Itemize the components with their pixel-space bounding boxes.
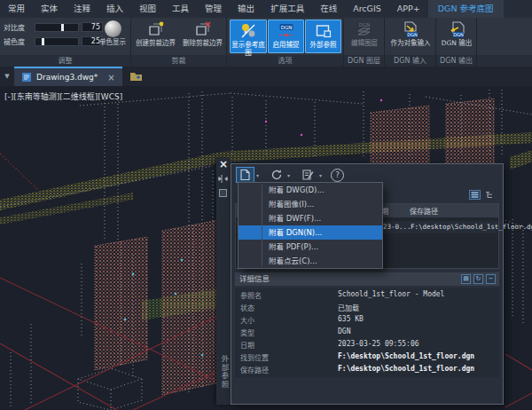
- reference-row-path: F:\desktop\Schoold_1st_floor.dgn: [411, 223, 532, 231]
- detail-label: 日期: [240, 340, 254, 350]
- drawing-tab[interactable]: Drawing3.dwg* ×: [14, 67, 122, 86]
- import-as-objects-label: 作为对象输入: [391, 39, 431, 47]
- palette-close-icon[interactable]: ×: [217, 159, 230, 171]
- menu-item-attach-dwg[interactable]: 附着 DWG(D)...: [239, 183, 382, 197]
- drawing-viewport[interactable]: [-][东南等轴测][二维线框][WCS]: [0, 86, 532, 410]
- tab-solid[interactable]: 实体: [33, 0, 66, 18]
- ribbon-group-clip: 创建剪裁边界 删除剪裁边界 剪裁: [131, 18, 227, 67]
- details-header-icons: ▤ ↻ −: [461, 274, 496, 284]
- details-header: 详细信息 ▤ ↻ −: [235, 272, 499, 286]
- menu-item-attach-image[interactable]: 附着图像(I)...: [239, 197, 382, 211]
- detail-value: 已加载: [338, 303, 359, 312]
- drawing-tab-bar: ▼ Drawing3.dwg* ×: [0, 67, 532, 86]
- edit-layers-button[interactable]: DGN 编辑图层: [347, 20, 382, 47]
- dgn-export-icon: DGN: [448, 20, 466, 38]
- dwg-file-icon: [21, 72, 32, 83]
- ribbon-tab-bar: 常用 实体 注释 插入 视图 工具 管理 输出 扩展工具 在线 ArcGIS A…: [0, 0, 532, 18]
- show-underlay-button[interactable]: 显示参考底图: [230, 20, 267, 53]
- create-clip-icon: [147, 20, 165, 38]
- svg-text:DGN: DGN: [359, 22, 371, 28]
- group-label-dgn-import: DGN 输入: [385, 55, 435, 67]
- ribbon-group-adjust: 对比度 75 褪色度 25 单色显示 调整: [0, 18, 131, 67]
- monochrome-sphere-icon: [105, 20, 121, 37]
- external-reference-button[interactable]: 外部参照: [305, 20, 341, 53]
- viewport-controls[interactable]: [-][东南等轴测][二维线框][WCS]: [4, 91, 122, 102]
- contrast-slider[interactable]: [35, 23, 79, 32]
- palette-title-strip[interactable]: × 外部参照: [216, 158, 231, 405]
- new-drawing-folder-icon[interactable]: [129, 71, 143, 82]
- menu-item-attach-dgn[interactable]: 附着 DGN(N)...: [239, 225, 382, 240]
- change-path-caret-icon[interactable]: ▾: [319, 172, 322, 178]
- details-header-label: 详细信息: [239, 274, 270, 283]
- tab-close-icon[interactable]: ×: [107, 73, 114, 83]
- ribbon-empty-space: [477, 18, 532, 67]
- menu-item-attach-pdf[interactable]: 附着 PDF(P)...: [239, 240, 382, 254]
- delete-clip-boundary-button[interactable]: 删除剪裁边界: [180, 20, 225, 47]
- detail-label: 类型: [240, 327, 254, 337]
- palette-pin-icon[interactable]: [218, 175, 228, 183]
- help-button[interactable]: ?: [331, 169, 344, 182]
- create-clip-boundary-button[interactable]: 创建剪裁边界: [133, 20, 178, 47]
- tab-app-plus[interactable]: APP+: [389, 0, 428, 18]
- fade-label: 褪色度: [4, 36, 32, 46]
- tab-manage[interactable]: 管理: [197, 0, 230, 18]
- refresh-button[interactable]: [268, 167, 286, 183]
- detail-row-type: 类型 DGN: [235, 326, 499, 338]
- tab-list-caret[interactable]: ▼: [0, 73, 14, 80]
- dgn-export-button[interactable]: DGN DGN 输出: [440, 20, 473, 47]
- attach-caret-icon[interactable]: ▾: [256, 172, 259, 178]
- app-window: 常用 实体 注释 插入 视图 工具 管理 输出 扩展工具 在线 ArcGIS A…: [0, 0, 532, 410]
- svg-text:DGN: DGN: [280, 25, 292, 30]
- palette-vertical-title: 外部参照: [219, 355, 230, 389]
- show-underlay-icon: [239, 22, 257, 40]
- attach-dropdown-menu: 附着 DWG(D)... 附着图像(I)... 附着 DWF(F)... 附着 …: [238, 182, 383, 269]
- svg-text:DGN: DGN: [407, 32, 418, 37]
- group-label-dgn-export: DGN 输出: [436, 55, 476, 67]
- change-path-button[interactable]: [299, 167, 317, 183]
- tab-online[interactable]: 在线: [312, 0, 345, 18]
- edit-layers-icon: DGN: [356, 20, 373, 38]
- fade-slider[interactable]: [35, 37, 79, 46]
- detail-value: Schoold_1st_floor - Model: [338, 290, 444, 298]
- external-reference-icon: [315, 22, 332, 40]
- ribbon: 对比度 75 褪色度 25 单色显示 调整 创建剪裁边界: [0, 18, 532, 67]
- tab-express-tools[interactable]: 扩展工具: [262, 0, 312, 18]
- create-clip-label: 创建剪裁边界: [136, 39, 176, 47]
- tab-view[interactable]: 视图: [131, 0, 164, 18]
- detail-value: 635 KB: [338, 315, 364, 323]
- group-label-clip: 剪裁: [131, 55, 226, 67]
- tab-insert[interactable]: 插入: [98, 0, 131, 18]
- import-as-objects-button[interactable]: DGN 作为对象输入: [387, 20, 434, 47]
- tab-dgn-underlay-active[interactable]: DGN 参考底图: [428, 0, 504, 18]
- details-grid: 参照名 Schoold_1st_floor - Model 状态 已加载 大小 …: [235, 288, 499, 377]
- tab-arcgis[interactable]: ArcGIS: [345, 0, 389, 18]
- external-reference-label: 外部参照: [310, 41, 337, 49]
- tab-tools[interactable]: 工具: [164, 0, 197, 18]
- group-label-options: 选项: [227, 55, 343, 67]
- tab-home[interactable]: 常用: [0, 0, 33, 18]
- column-header-path[interactable]: 保存路径: [410, 206, 438, 216]
- detail-value: F:\desktop\Schoold_1st_floor.dgn: [338, 365, 474, 373]
- menu-item-attach-pointcloud[interactable]: 附着点云(C)...: [239, 254, 382, 268]
- tab-output[interactable]: 输出: [230, 0, 262, 18]
- menu-item-attach-dwf[interactable]: 附着 DWF(F)...: [239, 211, 382, 225]
- detail-row-refname: 参照名 Schoold_1st_floor - Model: [235, 288, 499, 301]
- refresh-caret-icon[interactable]: ▾: [287, 172, 290, 178]
- ribbon-group-dgn-import: DGN 作为对象输入 DGN 输入: [385, 18, 436, 67]
- drawing-tab-label: Drawing3.dwg*: [36, 73, 98, 82]
- details-doc-icon[interactable]: ▤: [461, 274, 471, 284]
- monochrome-button[interactable]: 单色显示: [96, 20, 129, 46]
- delete-clip-label: 删除剪裁边界: [183, 39, 223, 47]
- import-as-objects-icon: DGN: [402, 20, 419, 38]
- attach-button[interactable]: [236, 167, 254, 183]
- ribbon-group-options: 显示参考底图 DGN 启用捕捉 外部参照 选项: [227, 18, 344, 67]
- tab-annotate[interactable]: 注释: [66, 0, 98, 18]
- detail-label: 找到位置: [240, 352, 269, 362]
- list-view-icon[interactable]: [469, 190, 481, 200]
- enable-snap-button[interactable]: DGN 启用捕捉: [268, 20, 304, 53]
- palette-properties-icon[interactable]: [219, 189, 227, 197]
- details-collapse-icon[interactable]: −: [486, 274, 496, 284]
- details-refresh-icon[interactable]: ↻: [473, 274, 483, 284]
- detail-row-saved-path: 保存路径 F:\desktop\Schoold_1st_floor.dgn: [235, 363, 499, 375]
- tree-view-icon[interactable]: [484, 190, 496, 200]
